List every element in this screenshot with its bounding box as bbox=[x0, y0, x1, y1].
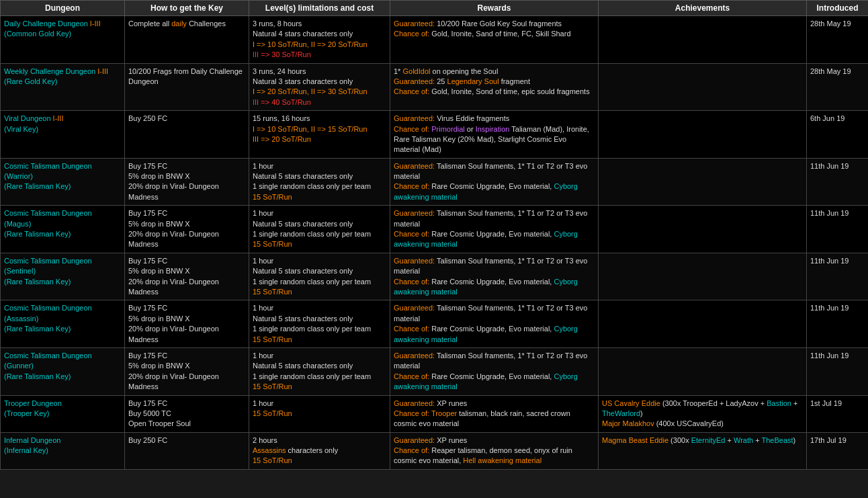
key-method: Buy 175 FCBuy 5000 TCOpen Trooper Soul bbox=[125, 395, 249, 432]
achievements-info bbox=[599, 253, 807, 300]
achievements-info bbox=[599, 300, 807, 348]
header-key: How to get the Key bbox=[125, 1, 249, 16]
key-method: Buy 175 FC5% drop in BNW X20% drop in Vi… bbox=[125, 206, 249, 253]
table-row: Viral Dungeon I-III (Viral Key) Buy 250 … bbox=[1, 111, 869, 159]
table-row: Cosmic Talisman Dungeon (Magus) (Rare Ta… bbox=[1, 206, 869, 253]
achievements-info bbox=[599, 206, 807, 253]
rewards-info: Guaranteed: Talisman Soul framents, 1* T… bbox=[390, 347, 599, 395]
dungeon-name: Trooper Dungeon bbox=[4, 399, 62, 407]
table-row: Cosmic Talisman Dungeon (Gunner) (Rare T… bbox=[1, 347, 869, 395]
introduced-date: 11th Jun 19 bbox=[807, 206, 869, 253]
table-row: Trooper Dungeon (Trooper Key) Buy 175 FC… bbox=[1, 395, 869, 432]
introduced-date: 11th Jun 19 bbox=[807, 300, 869, 348]
dungeon-key: (Rare Gold Key) bbox=[4, 77, 57, 85]
level-info: 2 hours Assassins characters only 15 SoT… bbox=[249, 432, 390, 469]
achievements-info bbox=[599, 111, 807, 159]
table-row: Cosmic Talisman Dungeon (Sentinel) (Rare… bbox=[1, 253, 869, 300]
dungeon-key: (Trooper Key) bbox=[4, 409, 49, 417]
header-dungeon: Dungeon bbox=[1, 1, 125, 16]
table-row: Weekly Challenge Dungeon I-III (Rare Gol… bbox=[1, 63, 869, 111]
rewards-info: Guaranteed: Talisman Soul framents, 1* T… bbox=[390, 300, 599, 348]
level-info: 1 hour Natural 5 stars characters only 1… bbox=[249, 158, 390, 206]
table-row: Infernal Dungeon (Infernal Key) Buy 250 … bbox=[1, 432, 869, 469]
level-info: 1 hour Natural 5 stars characters only 1… bbox=[249, 253, 390, 300]
rewards-info: 1* GoldIdol on opening the Soul Guarante… bbox=[390, 63, 599, 111]
dungeon-key: (Common Gold Key) bbox=[4, 30, 71, 38]
dungeon-name: Cosmic Talisman Dungeon (Sentinel) bbox=[4, 257, 92, 275]
level-info: 1 hour Natural 5 stars characters only 1… bbox=[249, 347, 390, 395]
key-method: Buy 175 FC5% drop in BNW X20% drop in Vi… bbox=[125, 158, 249, 206]
dungeon-name: Cosmic Talisman Dungeon (Gunner) bbox=[4, 351, 92, 370]
dungeon-key: (Rare Talisman Key) bbox=[4, 325, 71, 333]
header-rewards: Rewards bbox=[390, 1, 599, 16]
dungeon-key: (Rare Talisman Key) bbox=[4, 182, 71, 190]
achievements-info: US Cavalry Eddie (300x TrooperEd + LadyA… bbox=[599, 395, 807, 432]
rewards-info: Guaranteed: 10/200 Rare Gold Key Soul fr… bbox=[390, 16, 599, 64]
introduced-date: 11th Jun 19 bbox=[807, 253, 869, 300]
key-method: Buy 250 FC bbox=[125, 432, 249, 469]
introduced-date: 28th May 19 bbox=[807, 16, 869, 64]
achievements-info bbox=[599, 347, 807, 395]
introduced-date: 17th Jul 19 bbox=[807, 432, 869, 469]
rewards-info: Guaranteed: XP runes Chance of: Trooper … bbox=[390, 395, 599, 432]
introduced-date: 6th Jun 19 bbox=[807, 111, 869, 159]
rewards-info: Guaranteed: XP runes Chance of: Reaper t… bbox=[390, 432, 599, 469]
dungeon-key: (Rare Talisman Key) bbox=[4, 230, 71, 238]
introduced-date: 11th Jun 19 bbox=[807, 347, 869, 395]
dungeon-key: (Rare Talisman Key) bbox=[4, 278, 71, 286]
dungeon-name: Cosmic Talisman Dungeon (Magus) bbox=[4, 209, 92, 227]
dungeon-name: Viral Dungeon bbox=[4, 114, 53, 122]
rewards-info: Guaranteed: Talisman Soul framents, 1* T… bbox=[390, 253, 599, 300]
dungeon-key: (Infernal Key) bbox=[4, 446, 48, 454]
level-info: 1 hour 15 SoT/Run bbox=[249, 395, 390, 432]
dungeon-name: Infernal Dungeon bbox=[4, 436, 60, 444]
key-method: 10/200 Frags from Daily Challenge Dungeo… bbox=[125, 63, 249, 111]
achievements-info bbox=[599, 16, 807, 64]
header-achievements: Achievements bbox=[599, 1, 807, 16]
dungeon-name: Daily Challenge Dungeon bbox=[4, 19, 90, 28]
key-method: Complete all daily Challenges bbox=[125, 16, 249, 64]
key-method: Buy 175 FC5% drop in BNW X20% drop in Vi… bbox=[125, 253, 249, 300]
level-info: 15 runs, 16 hours I => 10 SoT/Run, II =>… bbox=[249, 111, 390, 159]
rewards-info: Guaranteed: Talisman Soul framents, 1* T… bbox=[390, 206, 599, 253]
introduced-date: 11th Jun 19 bbox=[807, 158, 869, 206]
rewards-info: Guaranteed: Virus Eddie fragments Chance… bbox=[390, 111, 599, 159]
dungeon-key: (Rare Talisman Key) bbox=[4, 372, 71, 380]
table-row: Cosmic Talisman Dungeon (Assassin) (Rare… bbox=[1, 300, 869, 348]
achievements-info bbox=[599, 63, 807, 111]
key-method: Buy 175 FC5% drop in BNW X20% drop in Vi… bbox=[125, 347, 249, 395]
table-row: Cosmic Talisman Dungeon (Warrior) (Rare … bbox=[1, 158, 869, 206]
level-info: 1 hour Natural 5 stars characters only 1… bbox=[249, 206, 390, 253]
level-info: 3 runs, 8 hours Natural 4 stars characte… bbox=[249, 16, 390, 64]
header-introduced: Introduced bbox=[807, 1, 869, 16]
level-info: 1 hour Natural 5 stars characters only 1… bbox=[249, 300, 390, 348]
dungeon-name: Cosmic Talisman Dungeon (Warrior) bbox=[4, 162, 92, 180]
dungeon-key: (Viral Key) bbox=[4, 125, 38, 133]
key-method: Buy 175 FC5% drop in BNW X20% drop in Vi… bbox=[125, 300, 249, 348]
achievements-info bbox=[599, 158, 807, 206]
dungeon-name: Cosmic Talisman Dungeon (Assassin) bbox=[4, 304, 92, 322]
rewards-info: Guaranteed: Talisman Soul framents, 1* T… bbox=[390, 158, 599, 206]
key-method: Buy 250 FC bbox=[125, 111, 249, 159]
introduced-date: 28th May 19 bbox=[807, 63, 869, 111]
table-row: Daily Challenge Dungeon I-III (Common Go… bbox=[1, 16, 869, 64]
dungeon-name: Weekly Challenge Dungeon bbox=[4, 67, 97, 75]
introduced-date: 1st Jul 19 bbox=[807, 395, 869, 432]
level-info: 3 runs, 24 hours Natural 3 stars charact… bbox=[249, 63, 390, 111]
header-level: Level(s) limitations and cost bbox=[249, 1, 390, 16]
achievements-info: Magma Beast Eddie (300x EternityEd + Wra… bbox=[599, 432, 807, 469]
